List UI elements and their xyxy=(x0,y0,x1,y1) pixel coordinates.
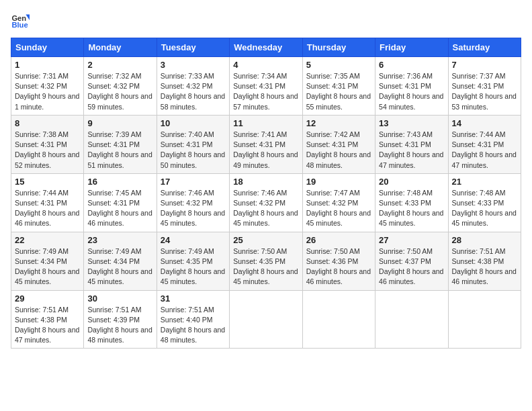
calendar-day-cell: 28Sunrise: 7:51 AMSunset: 4:38 PMDayligh… xyxy=(448,232,521,290)
day-number: 21 xyxy=(452,177,517,187)
weekday-header-thursday: Thursday xyxy=(302,38,375,57)
day-info: Sunrise: 7:40 AMSunset: 4:31 PMDaylight … xyxy=(161,130,226,171)
calendar-day-cell: 10Sunrise: 7:40 AMSunset: 4:31 PMDayligh… xyxy=(157,115,229,173)
calendar-day-cell: 24Sunrise: 7:49 AMSunset: 4:35 PMDayligh… xyxy=(157,232,229,290)
day-number: 11 xyxy=(233,118,298,128)
calendar-day-cell: 7Sunrise: 7:37 AMSunset: 4:31 PMDaylight… xyxy=(448,57,521,116)
calendar-day-cell: 15Sunrise: 7:44 AMSunset: 4:31 PMDayligh… xyxy=(11,173,84,232)
weekday-header-sunday: Sunday xyxy=(11,38,84,57)
weekday-header-saturday: Saturday xyxy=(448,38,521,57)
day-number: 27 xyxy=(379,235,444,245)
calendar-day-cell xyxy=(375,290,448,349)
day-info: Sunrise: 7:51 AMSunset: 4:39 PMDaylight … xyxy=(87,305,152,346)
day-info: Sunrise: 7:51 AMSunset: 4:38 PMDaylight … xyxy=(15,305,80,346)
weekday-header-friday: Friday xyxy=(375,38,448,57)
day-number: 15 xyxy=(15,177,80,187)
day-info: Sunrise: 7:31 AMSunset: 4:32 PMDaylight … xyxy=(15,71,80,112)
day-number: 20 xyxy=(379,177,444,187)
svg-marker-2 xyxy=(26,15,30,20)
day-info: Sunrise: 7:37 AMSunset: 4:31 PMDaylight … xyxy=(452,71,517,112)
weekday-header-monday: Monday xyxy=(84,38,157,57)
day-info: Sunrise: 7:43 AMSunset: 4:31 PMDaylight … xyxy=(379,130,444,171)
calendar-day-cell xyxy=(302,290,375,349)
day-number: 8 xyxy=(15,118,80,128)
day-info: Sunrise: 7:49 AMSunset: 4:34 PMDaylight … xyxy=(87,246,152,287)
calendar-day-cell: 6Sunrise: 7:36 AMSunset: 4:31 PMDaylight… xyxy=(375,57,448,116)
calendar-day-cell: 18Sunrise: 7:46 AMSunset: 4:32 PMDayligh… xyxy=(230,173,302,232)
day-number: 23 xyxy=(87,235,152,245)
day-info: Sunrise: 7:44 AMSunset: 4:31 PMDaylight … xyxy=(452,130,517,171)
day-info: Sunrise: 7:49 AMSunset: 4:35 PMDaylight … xyxy=(161,246,226,287)
weekday-header-wednesday: Wednesday xyxy=(230,38,302,57)
calendar-day-cell: 27Sunrise: 7:50 AMSunset: 4:37 PMDayligh… xyxy=(375,232,448,290)
day-info: Sunrise: 7:39 AMSunset: 4:31 PMDaylight … xyxy=(87,130,152,171)
day-number: 25 xyxy=(233,235,298,245)
day-info: Sunrise: 7:33 AMSunset: 4:32 PMDaylight … xyxy=(161,71,226,112)
day-number: 26 xyxy=(306,235,371,245)
day-info: Sunrise: 7:44 AMSunset: 4:31 PMDaylight … xyxy=(15,188,80,229)
day-number: 28 xyxy=(452,235,517,245)
day-number: 12 xyxy=(306,118,371,128)
logo: Gen Blue xyxy=(11,11,32,30)
calendar-week-row: 29Sunrise: 7:51 AMSunset: 4:38 PMDayligh… xyxy=(11,290,521,349)
calendar-day-cell: 22Sunrise: 7:49 AMSunset: 4:34 PMDayligh… xyxy=(11,232,84,290)
calendar-day-cell: 1Sunrise: 7:31 AMSunset: 4:32 PMDaylight… xyxy=(11,57,84,116)
day-number: 3 xyxy=(161,60,226,70)
calendar-day-cell: 25Sunrise: 7:50 AMSunset: 4:35 PMDayligh… xyxy=(230,232,302,290)
calendar-day-cell: 30Sunrise: 7:51 AMSunset: 4:39 PMDayligh… xyxy=(84,290,157,349)
day-info: Sunrise: 7:51 AMSunset: 4:38 PMDaylight … xyxy=(452,246,517,287)
calendar-day-cell: 3Sunrise: 7:33 AMSunset: 4:32 PMDaylight… xyxy=(157,57,229,116)
day-info: Sunrise: 7:46 AMSunset: 4:32 PMDaylight … xyxy=(233,188,298,229)
day-info: Sunrise: 7:51 AMSunset: 4:40 PMDaylight … xyxy=(161,305,226,346)
day-number: 9 xyxy=(87,118,152,128)
day-number: 17 xyxy=(161,177,226,187)
day-info: Sunrise: 7:50 AMSunset: 4:36 PMDaylight … xyxy=(306,246,371,287)
day-number: 13 xyxy=(379,118,444,128)
calendar-day-cell: 23Sunrise: 7:49 AMSunset: 4:34 PMDayligh… xyxy=(84,232,157,290)
day-info: Sunrise: 7:34 AMSunset: 4:31 PMDaylight … xyxy=(233,71,298,112)
calendar-day-cell: 12Sunrise: 7:42 AMSunset: 4:31 PMDayligh… xyxy=(302,115,375,173)
day-number: 18 xyxy=(233,177,298,187)
day-number: 24 xyxy=(161,235,226,245)
day-info: Sunrise: 7:50 AMSunset: 4:37 PMDaylight … xyxy=(379,246,444,287)
logo-icon: Gen Blue xyxy=(11,11,30,30)
day-number: 6 xyxy=(379,60,444,70)
day-info: Sunrise: 7:45 AMSunset: 4:31 PMDaylight … xyxy=(87,188,152,229)
day-number: 29 xyxy=(15,293,80,304)
weekday-header-row: SundayMondayTuesdayWednesdayThursdayFrid… xyxy=(11,38,521,57)
calendar-day-cell xyxy=(448,290,521,349)
weekday-header-tuesday: Tuesday xyxy=(157,38,229,57)
day-info: Sunrise: 7:46 AMSunset: 4:32 PMDaylight … xyxy=(161,188,226,229)
day-number: 30 xyxy=(87,293,152,304)
day-number: 7 xyxy=(452,60,517,70)
day-info: Sunrise: 7:41 AMSunset: 4:31 PMDaylight … xyxy=(233,130,298,171)
calendar-table: SundayMondayTuesdayWednesdayThursdayFrid… xyxy=(11,38,521,349)
day-number: 14 xyxy=(452,118,517,128)
calendar-day-cell: 13Sunrise: 7:43 AMSunset: 4:31 PMDayligh… xyxy=(375,115,448,173)
day-info: Sunrise: 7:42 AMSunset: 4:31 PMDaylight … xyxy=(306,130,371,171)
day-info: Sunrise: 7:32 AMSunset: 4:32 PMDaylight … xyxy=(87,71,152,112)
calendar-day-cell: 9Sunrise: 7:39 AMSunset: 4:31 PMDaylight… xyxy=(84,115,157,173)
calendar-day-cell xyxy=(230,290,302,349)
day-number: 10 xyxy=(161,118,226,128)
calendar-day-cell: 17Sunrise: 7:46 AMSunset: 4:32 PMDayligh… xyxy=(157,173,229,232)
calendar-day-cell: 5Sunrise: 7:35 AMSunset: 4:31 PMDaylight… xyxy=(302,57,375,116)
day-info: Sunrise: 7:35 AMSunset: 4:31 PMDaylight … xyxy=(306,71,371,112)
calendar-day-cell: 11Sunrise: 7:41 AMSunset: 4:31 PMDayligh… xyxy=(230,115,302,173)
calendar-week-row: 22Sunrise: 7:49 AMSunset: 4:34 PMDayligh… xyxy=(11,232,521,290)
calendar-week-row: 15Sunrise: 7:44 AMSunset: 4:31 PMDayligh… xyxy=(11,173,521,232)
day-info: Sunrise: 7:36 AMSunset: 4:31 PMDaylight … xyxy=(379,71,444,112)
calendar-day-cell: 2Sunrise: 7:32 AMSunset: 4:32 PMDaylight… xyxy=(84,57,157,116)
day-number: 4 xyxy=(233,60,298,70)
day-info: Sunrise: 7:48 AMSunset: 4:33 PMDaylight … xyxy=(452,188,517,229)
day-info: Sunrise: 7:49 AMSunset: 4:34 PMDaylight … xyxy=(15,246,80,287)
day-number: 1 xyxy=(15,60,80,70)
page-header: Gen Blue xyxy=(11,11,521,30)
calendar-day-cell: 4Sunrise: 7:34 AMSunset: 4:31 PMDaylight… xyxy=(230,57,302,116)
calendar-day-cell: 29Sunrise: 7:51 AMSunset: 4:38 PMDayligh… xyxy=(11,290,84,349)
calendar-day-cell: 31Sunrise: 7:51 AMSunset: 4:40 PMDayligh… xyxy=(157,290,229,349)
calendar-day-cell: 16Sunrise: 7:45 AMSunset: 4:31 PMDayligh… xyxy=(84,173,157,232)
calendar-day-cell: 19Sunrise: 7:47 AMSunset: 4:32 PMDayligh… xyxy=(302,173,375,232)
calendar-day-cell: 8Sunrise: 7:38 AMSunset: 4:31 PMDaylight… xyxy=(11,115,84,173)
svg-text:Blue: Blue xyxy=(11,21,28,29)
